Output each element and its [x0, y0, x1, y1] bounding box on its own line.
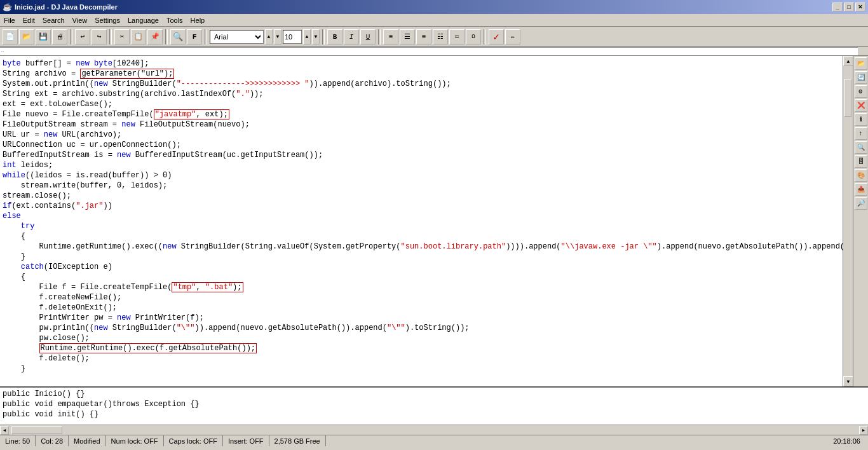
find-f-button[interactable]: F	[187, 29, 202, 44]
status-col: Col: 28	[36, 435, 69, 446]
bold-button[interactable]: B	[327, 29, 342, 44]
find-button[interactable]: 🔍	[170, 29, 186, 44]
scroll-up-button[interactable]: ▲	[843, 56, 853, 66]
special-button[interactable]: Ω	[466, 29, 481, 44]
statusbar: Line: 50 Col: 28 Modified Num lock: OFF …	[0, 435, 868, 446]
copy-button[interactable]: 📋	[131, 29, 146, 44]
justify-button[interactable]: ☷	[433, 29, 448, 44]
menu-edit[interactable]: Edit	[19, 15, 39, 25]
code-line-7: FileOutputStream stream = new FileOutput…	[3, 119, 840, 130]
main-container: byte buffer[] = new byte[10240]; String …	[0, 56, 868, 386]
undo-button[interactable]: ↩	[75, 29, 90, 44]
code-line-12: while((leidos = is.read(buffer)) > 0)	[3, 170, 840, 181]
minimize-button[interactable]: _	[832, 3, 843, 11]
edit-button[interactable]: ✏	[505, 29, 520, 44]
sep5	[322, 29, 325, 44]
align-right-button[interactable]: ≡	[416, 29, 431, 44]
rt-btn-11[interactable]: 🔎	[855, 197, 867, 210]
menubar: File Edit Search View Settings Language …	[0, 14, 868, 27]
code-line-14: stream.close();	[3, 191, 840, 201]
code-line-13: stream.write(buffer, 0, leidos);	[3, 181, 840, 191]
maximize-button[interactable]: □	[844, 3, 854, 11]
check-button[interactable]: ✓	[489, 29, 504, 44]
rt-btn-9[interactable]: 🎨	[855, 169, 867, 182]
code-line-8: URL ur = new URL(archivo);	[3, 130, 840, 140]
italic-button[interactable]: I	[344, 29, 359, 44]
size-down-button[interactable]: ▼	[312, 29, 320, 44]
scroll-left-button[interactable]: ◀	[0, 426, 9, 435]
rt-btn-6[interactable]: ↑	[855, 127, 867, 140]
align-left-button[interactable]: ≡	[383, 29, 398, 44]
rt-btn-5[interactable]: ℹ	[855, 113, 867, 126]
font-size-input[interactable]	[283, 30, 302, 44]
rt-btn-1[interactable]: 📂	[855, 57, 867, 70]
code-line-open2: {	[3, 272, 840, 282]
code-line-9: URLConnection uc = ur.openConnection();	[3, 140, 840, 150]
code-line-15: if(ext.contains(".jar"))	[3, 201, 840, 211]
code-line-close1: }	[3, 252, 840, 262]
sep7	[484, 29, 486, 44]
font-up-button[interactable]: ▲	[265, 29, 273, 44]
sep2	[109, 29, 112, 44]
code-line-1: byte buffer[] = new byte[10240];	[3, 58, 840, 69]
menu-settings[interactable]: Settings	[91, 15, 124, 25]
save-button[interactable]: 💾	[36, 29, 51, 44]
code-line-close2: }	[3, 364, 840, 374]
font-select[interactable]: Arial	[210, 30, 264, 44]
open-button[interactable]: 📂	[19, 29, 34, 44]
print-button[interactable]: 🖨	[52, 29, 67, 44]
menu-language[interactable]: Language	[124, 15, 163, 25]
align-center-button[interactable]: ☰	[400, 29, 415, 44]
code-line-catch: catch(IOException e)	[3, 262, 840, 272]
underline-button[interactable]: U	[360, 29, 376, 44]
code-line-runtimef: Runtime.getRuntime().exec(f.getAbsoluteP…	[3, 343, 840, 353]
code-line-11: int leidos;	[3, 160, 840, 170]
code-line-3: System.out.println((new StringBuilder("-…	[3, 79, 840, 89]
menu-search[interactable]: Search	[39, 15, 69, 25]
code-line-createnew: f.createNewFile();	[3, 292, 840, 303]
cut-button[interactable]: ✂	[114, 29, 130, 44]
sep6	[378, 29, 381, 44]
font-down-button[interactable]: ▼	[274, 29, 281, 44]
rt-btn-7[interactable]: 🔍	[855, 141, 867, 154]
code-scroll[interactable]: byte buffer[] = new byte[10240]; String …	[0, 56, 843, 386]
scroll-thumb[interactable]	[844, 79, 851, 117]
menu-help[interactable]: Help	[187, 15, 209, 25]
scroll-down-button[interactable]: ▼	[843, 376, 853, 386]
rt-btn-10[interactable]: 📤	[855, 183, 867, 196]
paste-button[interactable]: 📌	[147, 29, 163, 44]
app-icon: ☕	[3, 3, 12, 11]
titlebar-title: Inicio.jad - DJ Java Decompiler	[15, 3, 118, 11]
hscroll-track[interactable]	[9, 426, 859, 435]
bottom-scrollbar[interactable]: ◀ ▶	[0, 425, 868, 435]
rt-btn-3[interactable]: ⚙	[855, 85, 867, 98]
code-line-4: String ext = archivo.substring(archivo.l…	[3, 89, 840, 99]
scroll-track[interactable]	[843, 66, 853, 376]
bottom-line-3: public void init() {}	[3, 409, 865, 419]
right-scrollbar[interactable]: ▲ ▼	[843, 56, 853, 386]
rt-btn-2[interactable]: 🔄	[855, 71, 867, 84]
code-line-fdelete: f.delete();	[3, 353, 840, 364]
code-line-deleteexit: f.deleteOnExit();	[3, 303, 840, 313]
status-memory: 2,578 GB Free	[269, 435, 326, 446]
code-line-open1: {	[3, 231, 840, 242]
scroll-right-button[interactable]: ▶	[859, 426, 868, 435]
menu-file[interactable]: File	[0, 15, 19, 25]
menu-tools[interactable]: Tools	[163, 15, 187, 25]
titlebar: ☕ Inicio.jad - DJ Java Decompiler _ □ ✕	[0, 0, 868, 14]
hscroll-thumb[interactable]	[11, 426, 62, 434]
menu-view[interactable]: View	[69, 15, 92, 25]
status-time: 20:18:06	[828, 435, 865, 446]
new-button[interactable]: 📄	[3, 29, 18, 44]
ruler-inner: ↔	[0, 47, 858, 56]
rt-btn-4[interactable]: ❌	[855, 99, 867, 112]
size-up-button[interactable]: ▲	[303, 29, 311, 44]
sep4	[205, 29, 207, 44]
code-line-6: File nuevo = File.createTempFile("javatm…	[3, 109, 840, 119]
list-button[interactable]: ≔	[449, 29, 465, 44]
status-capslock: Caps lock: OFF	[164, 435, 223, 446]
rt-btn-8[interactable]: 🗄	[855, 155, 867, 168]
redo-button[interactable]: ↪	[92, 29, 107, 44]
close-button[interactable]: ✕	[855, 3, 865, 11]
code-line-5: ext = ext.toLowerCase();	[3, 99, 840, 109]
